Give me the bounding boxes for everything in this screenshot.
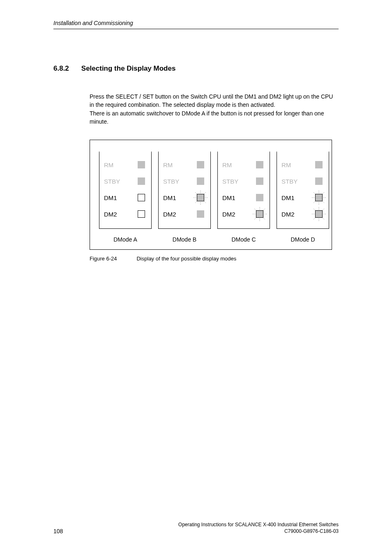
led-label-rm: RM	[104, 161, 113, 168]
svg-line-30	[323, 209, 324, 210]
section-title: Selecting the Display Modes	[81, 64, 176, 73]
svg-line-21	[323, 201, 324, 203]
mode-label: DMode C	[217, 236, 270, 243]
display-mode-panel: RM STBY DM1	[158, 152, 211, 243]
dm2-led-icon	[195, 209, 206, 219]
led-label-rm: RM	[222, 161, 232, 168]
svg-line-31	[314, 218, 315, 219]
rm-led-icon	[136, 159, 147, 170]
rm-led-icon	[254, 159, 265, 170]
dm2-led-icon	[136, 209, 147, 219]
svg-line-5	[204, 201, 206, 203]
svg-line-7	[195, 201, 197, 203]
led-label-rm: RM	[163, 161, 173, 168]
paragraph: Press the SELECT / SET button on the Swi…	[90, 92, 339, 109]
display-mode-panel: RM STBY DM1 DM2	[99, 152, 152, 243]
led-label-stby: STBY	[222, 178, 238, 185]
svg-line-13	[263, 218, 265, 219]
led-label-dm2: DM2	[163, 211, 176, 218]
section-number: 6.8.2	[53, 64, 69, 73]
body-text: Press the SELECT / SET button on the Swi…	[90, 92, 339, 126]
dm1-led-icon	[254, 192, 265, 203]
display-mode-panel: RM STBY DM1	[277, 152, 329, 243]
svg-line-15	[254, 218, 256, 219]
stby-led-icon	[314, 176, 324, 187]
mode-label: DMode A	[99, 236, 152, 243]
stby-led-icon	[195, 176, 206, 187]
led-label-dm2: DM2	[281, 211, 295, 218]
running-header: Installation and Commissioning	[53, 20, 339, 29]
led-label-stby: STBY	[104, 178, 120, 185]
footer-doc-id: C79000-G8976-C186-03	[178, 528, 339, 534]
svg-line-22	[323, 192, 324, 194]
led-label-dm2: DM2	[222, 211, 235, 218]
paragraph: There is an automatic switchover to DMod…	[90, 109, 339, 126]
led-label-dm1: DM1	[222, 194, 235, 201]
figure-number: Figure 6-24	[90, 256, 117, 262]
rm-led-icon	[314, 159, 324, 170]
led-label-stby: STBY	[163, 178, 179, 185]
svg-line-14	[263, 209, 265, 210]
led-label-dm1: DM1	[104, 194, 117, 201]
page-footer: 108 Operating Instructions for SCALANCE …	[53, 521, 339, 534]
section-heading: 6.8.2 Selecting the Display Modes	[53, 64, 339, 73]
stby-led-icon	[254, 176, 265, 187]
led-label-stby: STBY	[281, 178, 297, 185]
led-label-dm1: DM1	[281, 194, 295, 201]
display-mode-panel: RM STBY DM1 DM2	[217, 152, 270, 243]
dm1-led-icon	[314, 192, 324, 203]
figure-box: RM STBY DM1 DM2	[90, 140, 332, 250]
dm2-led-icon	[254, 209, 265, 219]
dm2-led-icon	[314, 209, 324, 219]
dm1-led-icon	[136, 192, 147, 203]
footer-doc-title: Operating Instructions for SCALANCE X-40…	[178, 521, 339, 528]
page-number: 108	[53, 528, 63, 534]
mode-label: DMode B	[158, 236, 211, 243]
led-label-rm: RM	[281, 161, 291, 168]
figure-caption-text: Display of the four possible display mod…	[136, 256, 236, 262]
svg-line-29	[323, 218, 324, 219]
svg-line-23	[314, 201, 315, 203]
mode-label: DMode D	[277, 236, 329, 243]
dm1-led-icon	[195, 192, 206, 203]
led-label-dm1: DM1	[163, 194, 176, 201]
rm-led-icon	[195, 159, 206, 170]
svg-line-6	[204, 192, 206, 194]
stby-led-icon	[136, 176, 147, 187]
led-label-dm2: DM2	[104, 211, 117, 218]
figure-caption: Figure 6-24 Display of the four possible…	[90, 256, 339, 262]
